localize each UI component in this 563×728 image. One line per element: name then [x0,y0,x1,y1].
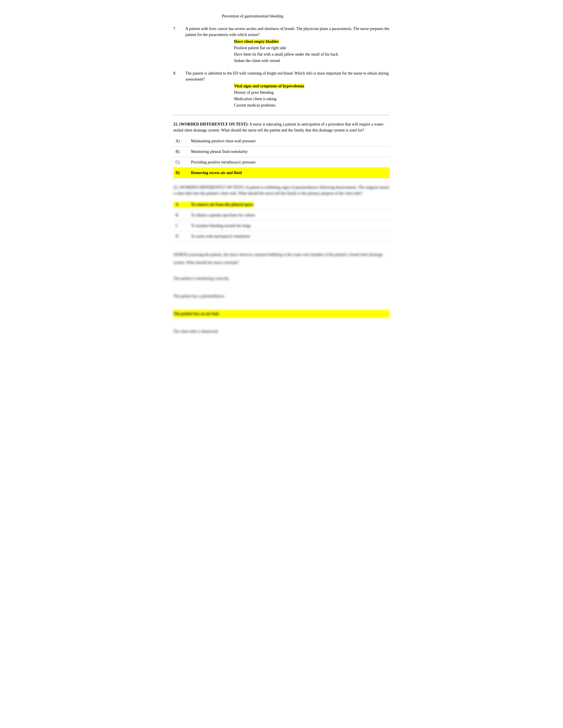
answer-7-a: Have client empty bladder [234,39,390,45]
question-8-text: The patient is admitted to the ED with v… [185,71,389,81]
option-21-c-text: Providing positive intrathoracic pressur… [191,159,390,165]
blurred-bottom-question: (WHEN) assessing the patient, the nurse … [173,251,390,266]
option-21-a-text: Maintaining positive chest-wall pressure [191,138,390,144]
option-21-a: A) Maintaining positive chest-wall press… [173,136,390,146]
answer-8-a: Vital signs and symptoms of hypovolemia [234,83,390,89]
option-21-c: C) Providing positive intrathoracic pres… [173,157,390,168]
question-7-text: A patient with liver cancer has severe a… [185,26,389,37]
question-21-text-block: 21. (WORDED DIFFERENTLY ON TEST): A nurs… [173,121,390,133]
blurred-option-a-text: To remove air from the pleural space [191,202,253,208]
option-21-d-text: Removing excess air and fluid [191,170,390,176]
answer-7-c: Have them lie flat with a small pillow u… [234,51,390,57]
blurred-option-d-text: To assist with mechanical ventilation [191,233,250,239]
blurred-option-b: B To obtain a sputum specimen for cultur… [173,210,390,221]
answer-8-b: History of prior bleeding [234,90,390,96]
answer-7-a-text: Have client empty bladder [234,39,279,44]
blurred-bottom-section: (WHEN) assessing the patient, the nurse … [173,251,390,335]
option-21-d-letter: D) [173,170,191,176]
blurred-option-c-text: To monitor bleeding around the lungs [191,223,251,229]
blurred-bottom-answer-2: The patient has a pneumothorax. [173,292,390,300]
intro-text: Prevention of gastrointestinal bleeding [222,13,390,19]
blurred-question-section: 22. (WORDED DIFFERENTLY ON TEST): A pati… [173,184,390,242]
blurred-option-d: D To assist with mechanical ventilation [173,231,390,242]
answer-8-a-text: Vital signs and symptoms of hypovolemia [234,84,304,88]
question-8-answers: Vital signs and symptoms of hypovolemia … [234,83,390,108]
blurred-option-b-text: To obtain a sputum specimen for culture [191,212,255,218]
option-21-c-letter: C) [173,159,191,165]
blurred-question-text: 22. (WORDED DIFFERENTLY ON TEST): A pati… [173,184,390,196]
blurred-bottom-answer-1: The patient is monitoring correctly. [173,274,390,282]
answer-8-c: Medication client is taking [234,96,390,102]
intro-label: Prevention of gastrointestinal bleeding [222,14,283,18]
option-21-b-text: Monitoring pleural fluid osmolarity [191,149,390,155]
blurred-bottom-answer-4: The chest tube is obstructed. [173,327,390,335]
question-7-body: A patient with liver cancer has severe a… [185,26,390,64]
blurred-option-c: C To monitor bleeding around the lungs [173,221,390,231]
answer-8-d: Current medical problems [234,102,390,108]
question-7: 7. A patient with liver cancer has sever… [173,26,390,64]
question-21: 21. (WORDED DIFFERENTLY ON TEST): A nurs… [173,121,390,178]
option-21-b-letter: B) [173,149,191,155]
question-8: 8. The patient is admitted to the ED wit… [173,70,390,109]
question-21-text: 21. (WORDED DIFFERENTLY ON TEST): A nurs… [173,121,390,133]
question-8-number: 8. [173,70,185,76]
question-7-number: 7. [173,26,185,32]
question-7-answers: Have client empty bladder Position patie… [234,39,390,64]
option-21-a-letter: A) [173,138,191,144]
page: Prevention of gastrointestinal bleeding … [173,13,390,335]
blurred-bottom-answer-3: The patient has an air leak. [173,310,390,318]
answer-7-b: Position patient flat on right side [234,45,390,51]
question-8-body: The patient is admitted to the ED with v… [185,70,390,108]
option-21-b: B) Monitoring pleural fluid osmolarity [173,146,390,157]
answer-7-d: Sedate the client with versed [234,58,390,64]
blurred-option-a: A To remove air from the pleural space [173,199,390,210]
option-21-d: D) Removing excess air and fluid [173,168,390,178]
